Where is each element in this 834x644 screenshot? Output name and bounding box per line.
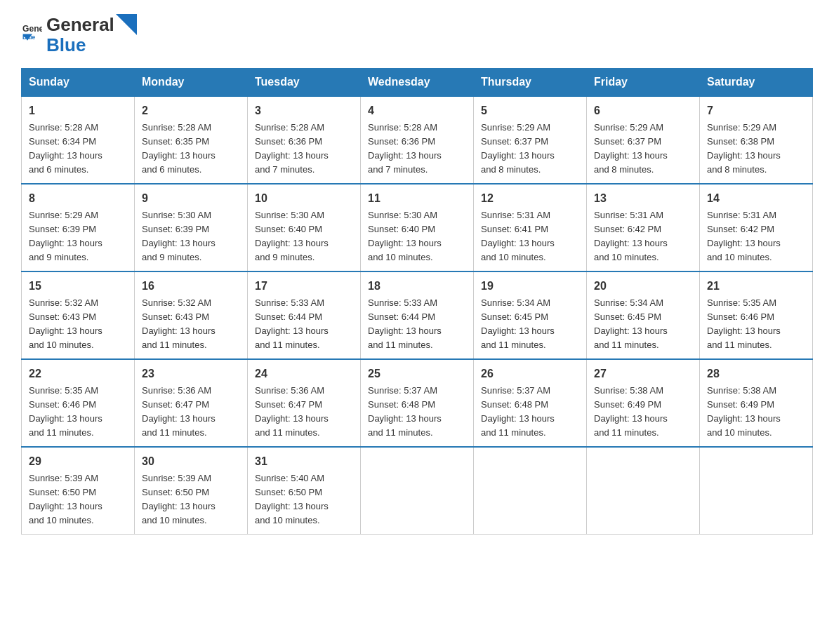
day-number: 9 bbox=[142, 190, 240, 207]
calendar-week-row: 1Sunrise: 5:28 AMSunset: 6:34 PMDaylight… bbox=[22, 96, 813, 184]
day-info: Sunrise: 5:31 AMSunset: 6:42 PMDaylight:… bbox=[594, 210, 668, 263]
day-info: Sunrise: 5:28 AMSunset: 6:35 PMDaylight:… bbox=[142, 122, 216, 175]
calendar-header-row: SundayMondayTuesdayWednesdayThursdayFrid… bbox=[22, 68, 813, 96]
calendar-cell: 10Sunrise: 5:30 AMSunset: 6:40 PMDayligh… bbox=[248, 184, 361, 271]
calendar-cell: 27Sunrise: 5:38 AMSunset: 6:49 PMDayligh… bbox=[587, 359, 700, 447]
calendar-cell: 8Sunrise: 5:29 AMSunset: 6:39 PMDaylight… bbox=[22, 184, 135, 271]
calendar-week-row: 15Sunrise: 5:32 AMSunset: 6:43 PMDayligh… bbox=[22, 271, 813, 359]
calendar-cell: 31Sunrise: 5:40 AMSunset: 6:50 PMDayligh… bbox=[248, 447, 361, 535]
day-info: Sunrise: 5:29 AMSunset: 6:37 PMDaylight:… bbox=[594, 122, 668, 175]
day-number: 12 bbox=[481, 190, 579, 207]
day-info: Sunrise: 5:38 AMSunset: 6:49 PMDaylight:… bbox=[707, 385, 781, 438]
day-info: Sunrise: 5:32 AMSunset: 6:43 PMDaylight:… bbox=[29, 297, 102, 351]
calendar-week-row: 8Sunrise: 5:29 AMSunset: 6:39 PMDaylight… bbox=[22, 184, 813, 271]
day-info: Sunrise: 5:38 AMSunset: 6:49 PMDaylight:… bbox=[594, 385, 668, 438]
calendar-cell: 6Sunrise: 5:29 AMSunset: 6:37 PMDaylight… bbox=[587, 96, 700, 184]
calendar-cell: 11Sunrise: 5:30 AMSunset: 6:40 PMDayligh… bbox=[361, 184, 474, 271]
day-info: Sunrise: 5:36 AMSunset: 6:47 PMDaylight:… bbox=[142, 385, 216, 438]
day-info: Sunrise: 5:40 AMSunset: 6:50 PMDaylight:… bbox=[255, 473, 329, 526]
calendar-cell: 15Sunrise: 5:32 AMSunset: 6:43 PMDayligh… bbox=[22, 271, 135, 359]
day-info: Sunrise: 5:36 AMSunset: 6:47 PMDaylight:… bbox=[255, 385, 329, 438]
calendar-cell bbox=[361, 447, 474, 535]
calendar-cell: 21Sunrise: 5:35 AMSunset: 6:46 PMDayligh… bbox=[700, 271, 813, 359]
day-info: Sunrise: 5:31 AMSunset: 6:42 PMDaylight:… bbox=[707, 210, 781, 263]
calendar-week-row: 22Sunrise: 5:35 AMSunset: 6:46 PMDayligh… bbox=[22, 359, 813, 447]
day-number: 8 bbox=[29, 190, 127, 207]
header-tuesday: Tuesday bbox=[248, 68, 361, 96]
day-info: Sunrise: 5:31 AMSunset: 6:41 PMDaylight:… bbox=[481, 210, 555, 263]
calendar-cell: 22Sunrise: 5:35 AMSunset: 6:46 PMDayligh… bbox=[22, 359, 135, 447]
logo-triangle-icon bbox=[116, 14, 137, 35]
day-number: 7 bbox=[707, 102, 805, 119]
calendar-cell: 14Sunrise: 5:31 AMSunset: 6:42 PMDayligh… bbox=[700, 184, 813, 271]
day-info: Sunrise: 5:30 AMSunset: 6:40 PMDaylight:… bbox=[255, 210, 329, 263]
day-number: 31 bbox=[255, 453, 353, 470]
day-info: Sunrise: 5:33 AMSunset: 6:44 PMDaylight:… bbox=[368, 297, 442, 351]
calendar-cell: 13Sunrise: 5:31 AMSunset: 6:42 PMDayligh… bbox=[587, 184, 700, 271]
day-info: Sunrise: 5:34 AMSunset: 6:45 PMDaylight:… bbox=[481, 297, 555, 351]
day-number: 25 bbox=[368, 365, 466, 382]
day-number: 18 bbox=[368, 278, 466, 295]
calendar-cell bbox=[474, 447, 587, 535]
header-monday: Monday bbox=[135, 68, 248, 96]
calendar-cell: 20Sunrise: 5:34 AMSunset: 6:45 PMDayligh… bbox=[587, 271, 700, 359]
svg-text:Blue: Blue bbox=[22, 34, 35, 41]
day-number: 1 bbox=[29, 102, 127, 119]
day-number: 26 bbox=[481, 365, 579, 382]
day-number: 23 bbox=[142, 365, 240, 382]
day-number: 13 bbox=[594, 190, 692, 207]
day-number: 2 bbox=[142, 102, 240, 119]
calendar-cell: 1Sunrise: 5:28 AMSunset: 6:34 PMDaylight… bbox=[22, 96, 135, 184]
calendar-cell: 7Sunrise: 5:29 AMSunset: 6:38 PMDaylight… bbox=[700, 96, 813, 184]
day-info: Sunrise: 5:28 AMSunset: 6:36 PMDaylight:… bbox=[255, 122, 329, 175]
day-number: 24 bbox=[255, 365, 353, 382]
day-info: Sunrise: 5:37 AMSunset: 6:48 PMDaylight:… bbox=[368, 385, 442, 438]
day-number: 19 bbox=[481, 278, 579, 295]
day-number: 30 bbox=[142, 453, 240, 470]
calendar-cell: 2Sunrise: 5:28 AMSunset: 6:35 PMDaylight… bbox=[135, 96, 248, 184]
day-number: 11 bbox=[368, 190, 466, 207]
day-info: Sunrise: 5:30 AMSunset: 6:40 PMDaylight:… bbox=[368, 210, 442, 263]
day-number: 20 bbox=[594, 278, 692, 295]
day-info: Sunrise: 5:33 AMSunset: 6:44 PMDaylight:… bbox=[255, 297, 329, 351]
day-number: 3 bbox=[255, 102, 353, 119]
day-info: Sunrise: 5:30 AMSunset: 6:39 PMDaylight:… bbox=[142, 210, 216, 263]
calendar-cell: 24Sunrise: 5:36 AMSunset: 6:47 PMDayligh… bbox=[248, 359, 361, 447]
day-number: 10 bbox=[255, 190, 353, 207]
calendar-cell: 5Sunrise: 5:29 AMSunset: 6:37 PMDaylight… bbox=[474, 96, 587, 184]
calendar-table: SundayMondayTuesdayWednesdayThursdayFrid… bbox=[21, 68, 813, 535]
day-info: Sunrise: 5:34 AMSunset: 6:45 PMDaylight:… bbox=[594, 297, 668, 351]
svg-marker-3 bbox=[116, 14, 137, 35]
logo-text: General Blue bbox=[21, 25, 46, 44]
day-number: 29 bbox=[29, 453, 127, 470]
calendar-cell: 29Sunrise: 5:39 AMSunset: 6:50 PMDayligh… bbox=[22, 447, 135, 535]
logo: General Blue General Blue bbox=[21, 14, 138, 55]
svg-text:General: General bbox=[22, 25, 42, 34]
day-info: Sunrise: 5:37 AMSunset: 6:48 PMDaylight:… bbox=[481, 385, 555, 438]
day-number: 14 bbox=[707, 190, 805, 207]
day-info: Sunrise: 5:28 AMSunset: 6:36 PMDaylight:… bbox=[368, 122, 442, 175]
calendar-cell: 23Sunrise: 5:36 AMSunset: 6:47 PMDayligh… bbox=[135, 359, 248, 447]
day-number: 27 bbox=[594, 365, 692, 382]
header-saturday: Saturday bbox=[700, 68, 813, 96]
day-number: 16 bbox=[142, 278, 240, 295]
day-number: 6 bbox=[594, 102, 692, 119]
day-number: 4 bbox=[368, 102, 466, 119]
day-info: Sunrise: 5:39 AMSunset: 6:50 PMDaylight:… bbox=[142, 473, 216, 526]
calendar-cell: 19Sunrise: 5:34 AMSunset: 6:45 PMDayligh… bbox=[474, 271, 587, 359]
day-number: 15 bbox=[29, 278, 127, 295]
day-number: 21 bbox=[707, 278, 805, 295]
header-friday: Friday bbox=[587, 68, 700, 96]
calendar-cell: 4Sunrise: 5:28 AMSunset: 6:36 PMDaylight… bbox=[361, 96, 474, 184]
calendar-cell: 12Sunrise: 5:31 AMSunset: 6:41 PMDayligh… bbox=[474, 184, 587, 271]
calendar-cell: 26Sunrise: 5:37 AMSunset: 6:48 PMDayligh… bbox=[474, 359, 587, 447]
day-number: 28 bbox=[707, 365, 805, 382]
header: General Blue General Blue bbox=[21, 14, 813, 55]
calendar-cell: 9Sunrise: 5:30 AMSunset: 6:39 PMDaylight… bbox=[135, 184, 248, 271]
day-info: Sunrise: 5:35 AMSunset: 6:46 PMDaylight:… bbox=[29, 385, 102, 438]
day-number: 22 bbox=[29, 365, 127, 382]
calendar-cell: 28Sunrise: 5:38 AMSunset: 6:49 PMDayligh… bbox=[700, 359, 813, 447]
day-info: Sunrise: 5:39 AMSunset: 6:50 PMDaylight:… bbox=[29, 473, 102, 526]
day-info: Sunrise: 5:29 AMSunset: 6:37 PMDaylight:… bbox=[481, 122, 555, 175]
header-thursday: Thursday bbox=[474, 68, 587, 96]
